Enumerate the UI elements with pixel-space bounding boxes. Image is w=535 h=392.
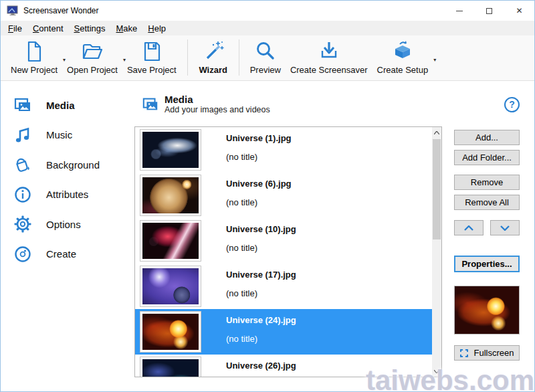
help-icon[interactable]: ? <box>504 97 520 112</box>
media-header-icon <box>142 96 159 113</box>
menu-content[interactable]: Content <box>27 22 69 35</box>
chevron-up-icon <box>464 225 473 231</box>
media-title: (no title) <box>226 288 257 298</box>
toolbar-separator <box>239 39 239 76</box>
media-title: (no title) <box>226 152 257 162</box>
media-header: Media Add your images and videos ? <box>142 91 520 118</box>
media-thumbnail <box>140 266 201 307</box>
window-title: Screensaver Wonder <box>23 6 99 15</box>
media-filename: Universe (26).jpg <box>226 361 296 371</box>
dropdown-arrow-icon[interactable]: ▾ <box>433 57 436 63</box>
properties-button[interactable]: Properties... <box>454 256 520 272</box>
media-title: (no title) <box>226 197 257 207</box>
content-area: Media Music <box>1 81 534 391</box>
media-icon <box>13 96 32 114</box>
attributes-icon <box>13 185 32 204</box>
wizard-icon <box>202 39 225 64</box>
preview-icon <box>254 39 277 64</box>
close-button[interactable]: ✕ <box>504 1 534 21</box>
title-bar: Screensaver Wonder ✕ <box>1 1 534 21</box>
create-setup-icon <box>391 39 415 64</box>
fullscreen-button[interactable]: Fullscreen <box>454 345 520 361</box>
media-filename: Universe (17).jpg <box>226 270 296 280</box>
media-thumbnail <box>140 175 201 216</box>
sidebar-item-options[interactable]: Options <box>1 209 134 239</box>
page-title: Media <box>165 94 270 105</box>
add-button[interactable]: Add... <box>454 130 520 145</box>
close-icon: ✕ <box>516 7 522 15</box>
selected-media-preview <box>454 286 520 334</box>
media-list-item[interactable]: Universe (1).jpg (no title) <box>135 127 432 173</box>
new-project-icon <box>23 39 45 64</box>
media-filename: Universe (6).jpg <box>226 179 292 189</box>
media-list: Universe (1).jpg (no title) Universe (6)… <box>134 126 442 377</box>
sidebar-item-background[interactable]: Background <box>1 150 134 180</box>
sidebar-item-create[interactable]: Create <box>1 239 134 270</box>
media-thumbnail <box>140 220 201 262</box>
open-project-icon <box>80 39 104 64</box>
toolbar-separator <box>187 39 188 76</box>
media-title: (no title) <box>226 334 257 344</box>
watermark: taiwebs.com <box>366 365 534 392</box>
sidebar-item-media[interactable]: Media <box>1 90 134 120</box>
create-setup-button[interactable]: Create Setup ▾ <box>372 39 433 75</box>
media-thumbnail <box>140 129 201 171</box>
media-filename: Universe (24).jpg <box>226 315 296 325</box>
menu-settings[interactable]: Settings <box>69 22 111 35</box>
music-icon <box>13 126 32 144</box>
scrollbar-thumb[interactable] <box>433 139 441 239</box>
move-up-button[interactable] <box>454 220 484 235</box>
list-scrollbar[interactable] <box>432 127 441 377</box>
scroll-up-icon[interactable] <box>432 127 441 138</box>
media-filename: Universe (10).jpg <box>226 224 296 234</box>
menu-bar: File Content Settings Make Help <box>1 21 534 35</box>
save-project-button[interactable]: Save Project <box>122 39 181 75</box>
add-folder-button[interactable]: Add Folder... <box>454 150 520 165</box>
sidebar: Media Music <box>1 81 134 391</box>
media-thumbnail <box>140 311 201 353</box>
preview-button[interactable]: Preview <box>245 39 286 75</box>
menu-file[interactable]: File <box>3 22 27 35</box>
media-list-item[interactable]: Universe (17).jpg (no title) <box>135 264 432 309</box>
media-list-item[interactable]: Universe (6).jpg (no title) <box>135 173 432 218</box>
app-window: Screensaver Wonder ✕ File Content Settin… <box>0 0 535 392</box>
media-list-item-selected[interactable]: Universe (24).jpg (no title) <box>135 309 432 355</box>
menu-help[interactable]: Help <box>142 22 171 35</box>
maximize-button[interactable] <box>474 1 504 21</box>
save-project-icon <box>141 39 163 64</box>
new-project-button[interactable]: New Project ▾ <box>6 39 62 75</box>
options-icon <box>13 215 32 233</box>
sidebar-item-attributes[interactable]: Attributes <box>1 180 134 210</box>
chevron-down-icon <box>500 225 510 231</box>
media-actions-panel: Add... Add Folder... Remove Remove All P… <box>454 126 520 391</box>
move-down-button[interactable] <box>490 220 520 235</box>
app-icon <box>7 5 19 16</box>
create-screensaver-icon <box>318 39 340 64</box>
background-icon <box>13 155 32 174</box>
wizard-button[interactable]: Wizard <box>194 39 233 75</box>
create-screensaver-button[interactable]: Create Screensaver <box>286 39 372 75</box>
remove-all-button[interactable]: Remove All <box>454 195 520 210</box>
media-thumbnail <box>140 357 201 377</box>
media-list-item[interactable]: Universe (10).jpg (no title) <box>135 218 432 264</box>
maximize-icon <box>486 8 492 14</box>
fullscreen-icon <box>460 349 468 357</box>
create-icon <box>13 245 32 264</box>
sidebar-item-music[interactable]: Music <box>1 120 134 151</box>
toolbar: New Project ▾ Open Project ▾ Save P <box>1 35 534 81</box>
minimize-button[interactable] <box>444 1 474 21</box>
media-title: (no title) <box>226 243 257 253</box>
media-filename: Universe (1).jpg <box>226 133 292 143</box>
main-panel: Media Add your images and videos ? Unive… <box>134 81 534 391</box>
menu-make[interactable]: Make <box>111 22 143 35</box>
remove-button[interactable]: Remove <box>454 175 520 190</box>
page-subtitle: Add your images and videos <box>165 105 270 115</box>
open-project-button[interactable]: Open Project ▾ <box>62 39 122 75</box>
minimize-icon <box>456 11 463 11</box>
